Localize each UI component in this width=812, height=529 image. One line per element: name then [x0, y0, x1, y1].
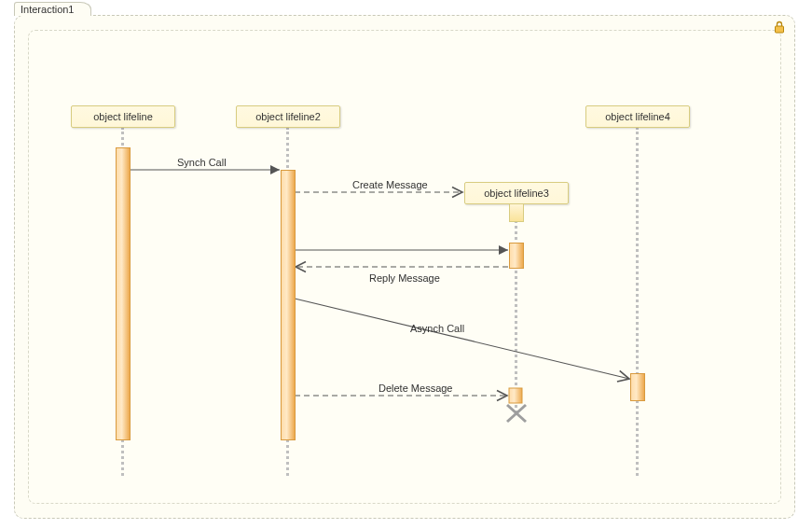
- lifeline3-head-stem: [509, 203, 524, 222]
- activation-l1[interactable]: [116, 147, 131, 440]
- lifeline-head-1[interactable]: object lifeline: [71, 105, 175, 128]
- label-reply: Reply Message: [369, 272, 440, 284]
- label-create: Create Message: [352, 179, 428, 190]
- label-synch: Synch Call: [177, 157, 227, 168]
- activation-l2[interactable]: [281, 170, 296, 440]
- delete-target-box: [509, 388, 522, 403]
- lifeline-label: object lifeline4: [605, 111, 670, 122]
- msg-asynch[interactable]: [295, 299, 629, 379]
- activation-l4[interactable]: [630, 373, 645, 401]
- lifeline-label: object lifeline3: [484, 188, 549, 199]
- lifeline-head-4[interactable]: object lifeline4: [585, 105, 690, 128]
- lifeline-head-3[interactable]: object lifeline3: [464, 182, 569, 204]
- label-asynch: Asynch Call: [410, 323, 464, 334]
- destruction-x-icon: [507, 405, 526, 422]
- label-delete: Delete Message: [378, 383, 453, 394]
- activation-l3[interactable]: [509, 243, 524, 269]
- lifeline-label: object lifeline: [93, 111, 153, 122]
- lifeline-label: object lifeline2: [255, 111, 321, 122]
- lifeline-head-2[interactable]: object lifeline2: [236, 105, 340, 128]
